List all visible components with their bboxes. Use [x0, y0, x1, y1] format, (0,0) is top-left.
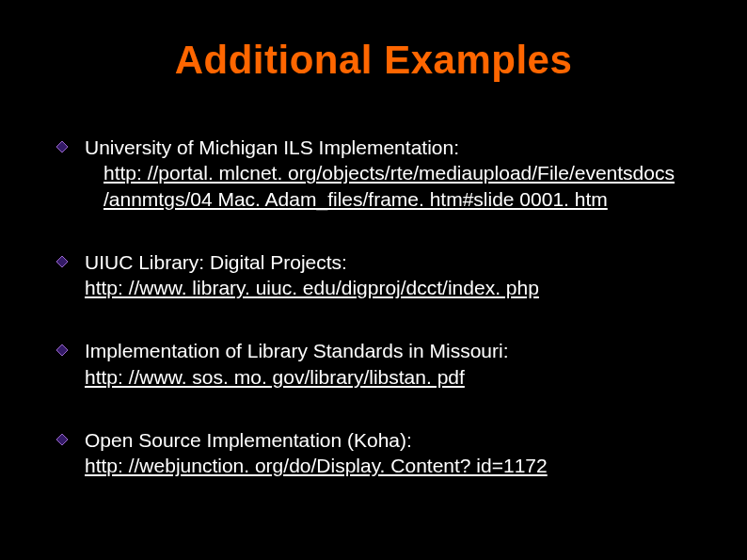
bullet-link[interactable]: http: //www. library. uiuc. edu/digproj/… — [85, 277, 539, 298]
bullet-content: Implementation of Library Standards in M… — [85, 338, 691, 390]
diamond-bullet-icon — [56, 141, 68, 152]
diamond-bullet-icon — [56, 344, 68, 356]
slide: Additional Examples University of Michig… — [0, 0, 747, 560]
svg-marker-2 — [56, 344, 68, 356]
diamond-bullet-icon — [56, 256, 68, 267]
bullet-item: UIUC Library: Digital Projects: http: //… — [56, 249, 691, 301]
bullet-label: Implementation of Library Standards in M… — [85, 340, 509, 361]
slide-title: Additional Examples — [56, 38, 691, 83]
diamond-bullet-icon — [56, 434, 68, 445]
bullet-item: Implementation of Library Standards in M… — [56, 338, 691, 390]
bullet-item: Open Source Implementation (Koha): http:… — [56, 427, 691, 479]
bullet-link[interactable]: http: //webjunction. org/do/Display. Con… — [85, 455, 548, 476]
bullet-content: UIUC Library: Digital Projects: http: //… — [85, 249, 691, 301]
bullet-list: University of Michigan ILS Implementatio… — [56, 135, 691, 479]
bullet-content: University of Michigan ILS Implementatio… — [85, 135, 691, 212]
bullet-label: UIUC Library: Digital Projects: — [85, 251, 347, 273]
svg-marker-1 — [56, 256, 68, 267]
bullet-item: University of Michigan ILS Implementatio… — [56, 135, 691, 212]
svg-marker-0 — [56, 141, 68, 152]
bullet-content: Open Source Implementation (Koha): http:… — [85, 427, 691, 479]
bullet-link[interactable]: /annmtgs/04 Mac. Adam_files/frame. htm#s… — [103, 188, 608, 210]
bullet-link[interactable]: http: //portal. mlcnet. org/objects/rte/… — [103, 162, 675, 184]
svg-marker-3 — [56, 434, 68, 445]
bullet-link[interactable]: http: //www. sos. mo. gov/library/libsta… — [85, 366, 465, 388]
bullet-label: Open Source Implementation (Koha): — [85, 429, 412, 451]
bullet-label: University of Michigan ILS Implementatio… — [85, 136, 459, 158]
